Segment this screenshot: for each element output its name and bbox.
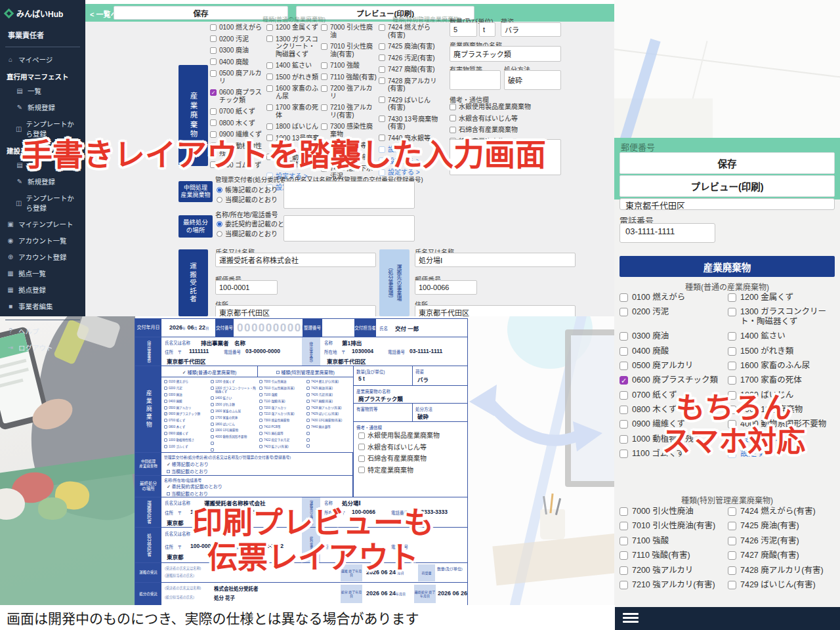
sidebar-item-マイテンプレート[interactable]: ▣マイテンプレート [5,216,80,232]
waste-type-checkbox[interactable]: 7200 強アルカリ [259,406,305,410]
waste-type-checkbox[interactable]: 1800 ばいじん [266,123,320,131]
waste-type-checkbox[interactable]: 1200 金属くず [728,293,836,302]
radio-this-field[interactable]: 当欄記載のとおり [217,194,278,204]
checkbox-icon[interactable] [728,551,736,560]
checkbox-icon[interactable] [266,85,273,92]
checkbox-icon[interactable] [164,432,167,435]
checkbox-icon[interactable] [210,119,217,126]
waste-type-checkbox[interactable]: 7210 強アルカリ(有害) [620,580,728,589]
checkbox-icon[interactable] [259,412,262,415]
checkbox-icon[interactable] [306,393,310,396]
waste-type-checkbox[interactable]: 7010 引火性廃油(有害) [620,521,728,530]
checkbox-icon[interactable] [728,537,736,545]
checkbox-icon[interactable] [164,393,167,396]
checkbox-icon[interactable] [728,308,736,316]
waste-type-checkbox[interactable]: 7200 強アルカリ [620,566,728,575]
checkbox-icon[interactable] [620,332,628,341]
waste-type-checkbox[interactable]: 0300 廃油 [620,331,728,341]
checkbox-icon[interactable] [164,438,167,442]
checkbox-icon[interactable] [620,507,628,516]
waste-type-checkbox[interactable]: ✓0600 廃プラスチック類 [210,89,265,104]
checkbox-icon[interactable] [620,522,628,530]
waste-type-checkbox[interactable]: 0200 汚泥 [164,387,210,390]
waste-type-checkbox[interactable]: 7426 汚泥(有害) [306,393,352,396]
checkbox-icon[interactable] [379,66,385,73]
packing-input[interactable]: バラ [501,22,561,37]
waste-type-checkbox[interactable]: 0900 繊維くず [164,432,210,435]
checkbox-icon[interactable] [321,43,327,50]
waste-type-checkbox[interactable]: 0800 木くず [210,119,265,127]
checkbox-icon[interactable] [728,332,736,341]
checkbox-icon[interactable] [266,62,273,69]
sidebar-item-一覧[interactable]: ▤一覧 [5,83,80,99]
checkbox-icon[interactable] [211,380,214,383]
waste-type-checkbox[interactable]: 7421 廃石綿等 [259,432,305,435]
waste-type-checkbox[interactable]: 1500 がれき類 [211,403,257,406]
checkbox-icon[interactable] [306,419,310,422]
waste-type-checkbox[interactable]: 1600 家畜のふん尿 [266,85,320,100]
waste-type-checkbox[interactable]: 1500 がれき類 [266,74,320,81]
checkbox-icon[interactable] [450,127,456,133]
checkbox-icon[interactable] [211,448,214,452]
checkbox-icon[interactable] [211,429,214,432]
waste-type-checkbox[interactable]: ✓0600 廃プラスチック類 [164,412,210,415]
waste-type-checkbox[interactable]: 7100 強酸 [620,536,728,545]
waste-type-checkbox[interactable]: 7422 指定下水汚泥 [259,438,305,442]
checked-checkbox-icon[interactable]: ✓ [164,412,167,415]
waste-type-checkbox[interactable]: 7428 廃アルカリ(有害) [306,406,352,410]
radio-ledger[interactable]: 帳簿記載のとおり [217,184,278,194]
checkbox-icon[interactable] [210,108,217,115]
checkbox-icon[interactable] [620,551,628,560]
waste-type-checkbox[interactable]: 1200 金属くず [266,24,320,32]
mobile-save-button[interactable]: 保存 [620,152,835,174]
waste-type-checkbox[interactable]: 1700 家畜の死体 [728,375,836,385]
waste-type-checkbox[interactable]: 1300 ガラスコンクリート・陶磁器くず [728,307,836,326]
waste-type-checkbox[interactable]: 7000 引火性廃油 [321,24,377,39]
quantity-input[interactable]: 5 [450,22,477,37]
waste-type-checkbox[interactable]: 0200 汚泥 [620,307,728,316]
unit-input[interactable]: t [479,22,495,37]
checkbox-icon[interactable] [620,308,628,316]
checkbox-icon[interactable] [379,77,385,84]
checkbox-icon[interactable] [620,450,628,458]
transporter-name-input[interactable]: 運搬受託者名称株式会社 [215,253,376,267]
checkbox-icon[interactable] [620,537,628,545]
checkbox-icon[interactable] [728,507,736,516]
waste-type-checkbox[interactable]: 7110 強酸(有害) [321,74,377,81]
checkbox-icon[interactable] [321,24,327,31]
settings-link[interactable] [211,442,257,445]
checkbox-icon[interactable] [728,376,736,385]
waste-type-checkbox[interactable]: 7427 廃酸(有害) [728,551,836,560]
checkbox-icon[interactable] [259,438,262,442]
checkbox-icon[interactable] [450,115,456,121]
waste-type-checkbox[interactable]: 1700 家畜の死体 [211,416,257,419]
waste-type-checkbox[interactable]: 0200 汚泥 [210,35,265,43]
checkbox-icon[interactable] [164,387,167,390]
waste-type-checkbox[interactable]: 0100 燃えがら [210,24,265,32]
sidebar-item-テンプレートから登録[interactable]: ◫テンプレートから登録 [5,190,80,216]
checkbox-icon[interactable] [164,380,167,383]
waste-type-checkbox[interactable]: 7429 ばいじん(有害) [306,412,352,415]
sidebar-item-アカウント登録[interactable]: ⊕アカウント登録 [5,249,80,265]
checkbox-icon[interactable] [266,74,273,80]
sidebar-item-新規登録[interactable]: ✎新規登録 [5,173,80,190]
waste-type-checkbox[interactable]: 7429 ばいじん(有害) [379,96,439,112]
checkbox-icon[interactable] [620,293,628,302]
destination-addr-input[interactable]: 東京都千代田区 [415,305,576,316]
checkbox-icon[interactable] [379,116,385,122]
waste-type-checkbox[interactable]: 1200 金属くず [211,380,257,383]
checkbox-icon[interactable] [306,425,310,429]
checkbox-icon[interactable] [266,24,273,31]
checkbox-icon[interactable] [259,406,262,410]
waste-type-checkbox[interactable]: 石綿含有産業廃棄物 [358,455,467,463]
checkbox-icon[interactable] [211,410,214,413]
mobile-address-input[interactable]: 東京都千代田区 [620,198,835,210]
waste-type-checkbox[interactable]: 4000 動物系固形不要物 [211,435,257,438]
checkbox-icon[interactable] [620,435,628,444]
settings-link[interactable] [306,438,352,442]
waste-type-checkbox[interactable]: 水銀使用製品産業廃棄物 [450,103,564,111]
checkbox-icon[interactable] [306,444,310,448]
waste-type-checkbox[interactable]: 1300 ガラスコンクリート・陶磁器くず [266,35,320,58]
waste-type-checkbox[interactable]: 7100 強酸 [321,62,377,70]
waste-type-checkbox[interactable]: 7428 廃アルカリ(有害) [379,77,439,93]
